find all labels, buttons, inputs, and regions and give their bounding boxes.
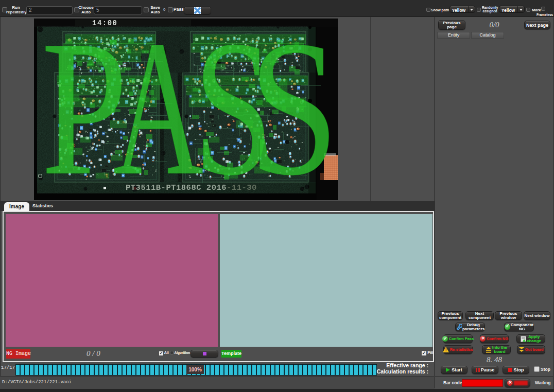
svg-text:S: S <box>249 19 338 200</box>
svg-text:A: A <box>113 19 203 200</box>
